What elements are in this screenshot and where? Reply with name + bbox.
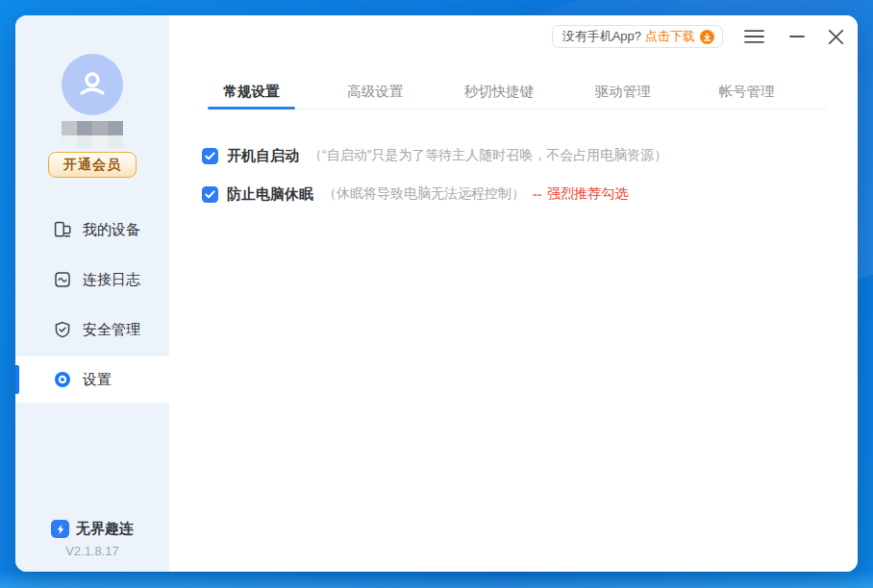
open-vip-button[interactable]: 开通会员 [48, 152, 137, 178]
settings-tabs: 常规设置 高级设置 秒切快捷键 驱动管理 帐号管理 [208, 75, 827, 110]
app-logo-icon [51, 520, 69, 538]
devices-icon [53, 220, 72, 239]
highlight-recommendation: 强烈推荐勾选 [547, 185, 628, 203]
tab-quick-switch-hotkeys[interactable]: 秒切快捷键 [456, 75, 543, 109]
sidebar-item-connection-logs[interactable]: 连接日志 [15, 257, 169, 303]
mobile-app-promo[interactable]: 没有手机App? 点击下载 [552, 25, 723, 48]
menu-button[interactable] [744, 29, 764, 44]
close-icon [828, 29, 844, 45]
tab-account-management[interactable]: 帐号管理 [703, 75, 790, 109]
app-name: 无界趣连 [76, 520, 134, 538]
sidebar-item-label: 安全管理 [83, 321, 140, 339]
highlight-dashes: -- [533, 186, 541, 202]
download-icon [700, 30, 714, 44]
settings-panel: 开机自启动 （“自启动”只是为了等待主人随时召唤，不会占用电脑资源） 防止电脑休… [202, 144, 838, 221]
autostart-checkbox[interactable] [202, 148, 218, 164]
prevent-sleep-checkbox[interactable] [202, 186, 218, 203]
download-link[interactable]: 点击下载 [645, 28, 695, 45]
hamburger-icon [744, 29, 764, 44]
minimize-icon [789, 35, 805, 38]
desktop-background: 开通会员 我的设备 [0, 0, 873, 588]
shield-icon [53, 320, 72, 339]
check-icon [205, 152, 215, 160]
user-icon [73, 65, 112, 104]
sidebar-item-label: 连接日志 [83, 271, 140, 289]
setting-row-prevent-sleep: 防止电脑休眠 （休眠将导致电脑无法远程控制） -- 强烈推荐勾选 [202, 183, 838, 206]
tab-general-settings[interactable]: 常规设置 [208, 75, 295, 109]
setting-note: （休眠将导致电脑无法远程控制） [323, 185, 525, 203]
avatar[interactable] [62, 54, 123, 115]
setting-label: 防止电脑休眠 [227, 185, 313, 204]
tab-advanced-settings[interactable]: 高级设置 [332, 75, 419, 109]
titlebar: 没有手机App? 点击下载 [552, 24, 844, 49]
app-window: 开通会员 我的设备 [15, 15, 858, 572]
app-version: V2.1.8.17 [15, 544, 169, 558]
close-button[interactable] [828, 29, 844, 45]
setting-note: （“自启动”只是为了等待主人随时召唤，不会占用电脑资源） [309, 147, 667, 164]
tab-driver-management[interactable]: 驱动管理 [579, 75, 666, 109]
settings-icon [53, 370, 72, 389]
setting-label: 开机自启动 [227, 147, 299, 165]
sidebar-footer: 无界趣连 V2.1.8.17 [15, 520, 169, 558]
promo-text: 没有手机App? [562, 28, 641, 45]
sidebar-item-settings[interactable]: 设置 [15, 356, 169, 403]
username-blurred [62, 121, 123, 135]
sidebar-nav: 我的设备 连接日志 [15, 207, 169, 406]
setting-row-autostart: 开机自启动 （“自启动”只是为了等待主人随时召唤，不会占用电脑资源） [202, 144, 838, 167]
sidebar: 开通会员 我的设备 [15, 15, 169, 572]
minimize-button[interactable] [789, 35, 805, 38]
check-icon [205, 190, 215, 199]
sidebar-item-my-devices[interactable]: 我的设备 [15, 207, 169, 253]
sidebar-item-label: 设置 [83, 371, 112, 389]
log-icon [53, 270, 72, 289]
main-content: 没有手机App? 点击下载 [169, 15, 858, 572]
sidebar-item-security[interactable]: 安全管理 [15, 306, 169, 353]
sidebar-item-label: 我的设备 [83, 221, 140, 239]
